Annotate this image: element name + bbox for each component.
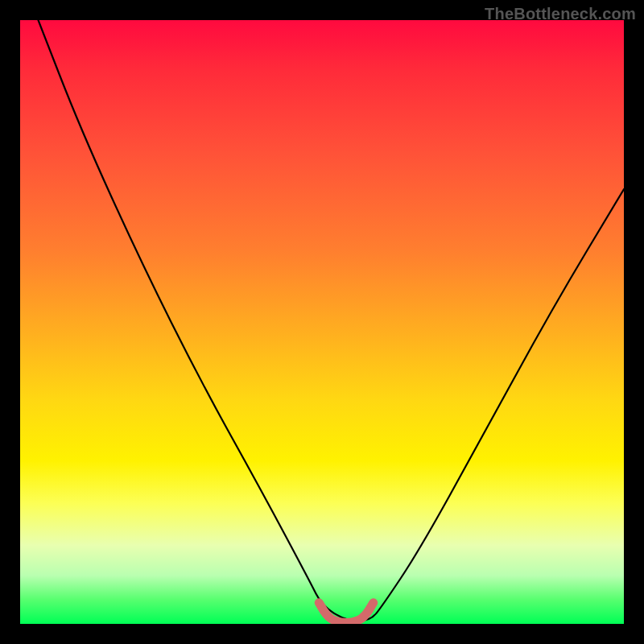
watermark-text: TheBottleneck.com bbox=[485, 5, 636, 23]
bottleneck-curve bbox=[39, 20, 625, 621]
chart-frame: TheBottleneck.com bbox=[0, 0, 644, 644]
chart-svg bbox=[20, 20, 624, 624]
marker-band bbox=[319, 603, 374, 623]
plot-area bbox=[20, 20, 624, 624]
